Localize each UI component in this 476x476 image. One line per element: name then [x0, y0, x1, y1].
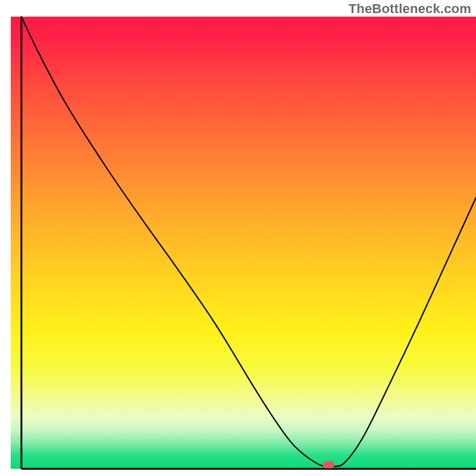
watermark-text: TheBottleneck.com: [349, 1, 471, 17]
gradient-background: [11, 17, 476, 469]
optimal-point: [322, 461, 334, 468]
chart-container: TheBottleneck.com: [0, 0, 476, 476]
bottleneck-chart: [0, 0, 476, 476]
